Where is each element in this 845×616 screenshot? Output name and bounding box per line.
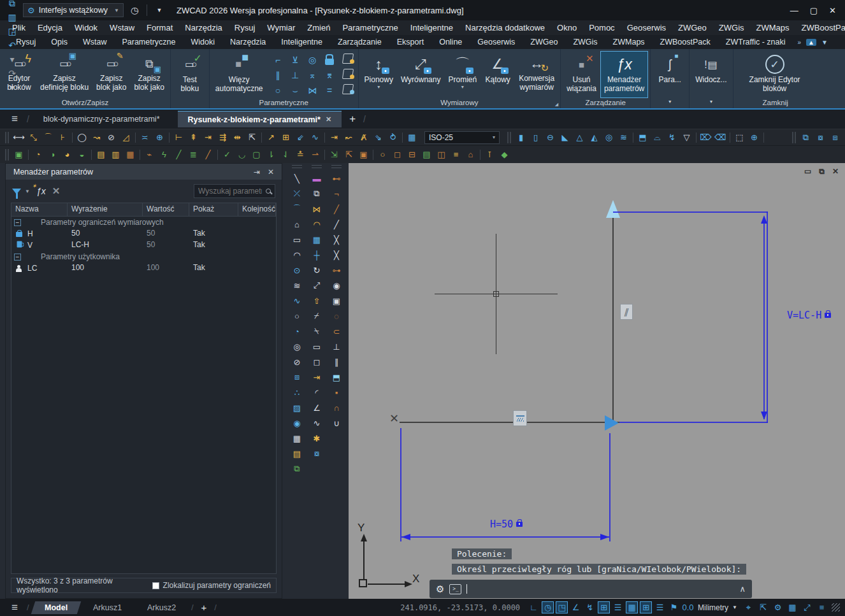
toolbar-icon[interactable]: Ⱥ	[356, 131, 371, 145]
layout-menu-icon[interactable]: ≡	[5, 601, 24, 614]
toolbar-icon[interactable]: ▽	[679, 131, 694, 145]
draw-tool-icon[interactable]: ▦	[289, 431, 305, 446]
status-toggle-icon[interactable]: ⊞	[598, 601, 610, 613]
resize-grip[interactable]	[832, 603, 840, 612]
toolbar-grip[interactable]	[5, 132, 9, 143]
osnap-tool-icon[interactable]: ▣	[329, 293, 344, 308]
collapse-icon[interactable]: −	[14, 219, 21, 226]
modify-tool-icon[interactable]: ◜	[309, 385, 324, 400]
modify-tool-icon[interactable]: ◠	[309, 217, 324, 232]
toolbar-icon[interactable]: ◭	[587, 131, 602, 145]
quick-access-icon[interactable]: ⧉	[5, 0, 19, 10]
toolbar-icon[interactable]: ⊘	[104, 131, 119, 145]
status-toggle-icon[interactable]: ☰	[612, 601, 624, 613]
ribbon-collapse-icon[interactable]: ▲	[806, 39, 816, 46]
draw-tool-icon[interactable]: ▤	[289, 446, 305, 461]
maximize-button[interactable]: ▢	[810, 6, 818, 15]
status-tool-icon[interactable]: ⤢	[801, 601, 813, 613]
status-toggle-icon[interactable]: ▦	[626, 601, 638, 613]
osnap-tool-icon[interactable]: ⊷	[329, 171, 344, 186]
ribbon-button[interactable]: Wyrównany	[397, 51, 445, 98]
status-tool-icon[interactable]: ≡	[816, 601, 828, 613]
toolbar-icon[interactable]: ⇱	[342, 148, 356, 162]
document-menu-icon[interactable]: ≡	[6, 113, 23, 125]
close-panel-icon[interactable]: ✕	[268, 168, 274, 176]
status-toggle-icon[interactable]: ∟	[528, 601, 540, 613]
osnap-tool-icon[interactable]: ⊥	[329, 339, 344, 354]
units-label[interactable]: Milimetry	[697, 603, 730, 612]
ribbon-button[interactable]: Zapisz blok jako	[130, 51, 168, 98]
modify-tool-icon[interactable]: ⤢	[309, 278, 324, 293]
toolbar-icon[interactable]: ⥁	[386, 131, 400, 145]
menu-item[interactable]: Widok	[69, 22, 103, 34]
child-restore-icon[interactable]: ⧉	[819, 167, 825, 176]
osnap-tool-icon[interactable]: ⬒	[329, 369, 344, 385]
constraint-icon[interactable]	[321, 52, 338, 68]
osnap-tool-icon[interactable]: ∪	[329, 415, 344, 431]
layer-tool-icon[interactable]: ⧈	[828, 131, 842, 145]
menu-item[interactable]: Geoserwis	[621, 22, 672, 34]
document-tab[interactable]: blok-dynamiczny-z-parametrami*	[33, 111, 175, 127]
column-header[interactable]: Wyrażenie	[68, 203, 143, 216]
layout-tab[interactable]: Model	[31, 601, 81, 614]
status-toggle-icon[interactable]: ☰	[654, 601, 666, 613]
menu-item[interactable]: Format	[141, 22, 178, 34]
draw-tool-icon[interactable]: ⌂	[289, 217, 305, 232]
toolbar-icon[interactable]	[762, 131, 766, 145]
modify-tool-icon[interactable]: ✱	[309, 431, 324, 446]
toolbar-icon[interactable]: ◣	[558, 131, 572, 145]
toolbar-icon[interactable]: ◯	[75, 131, 89, 145]
draw-tool-icon[interactable]: ◉	[289, 415, 305, 431]
toolbar-icon[interactable]: ✓	[220, 148, 235, 162]
tab-overflow-icon[interactable]: »	[798, 39, 802, 46]
dim-style-select[interactable]: ISO-25 ▾	[424, 131, 500, 144]
osnap-tool-icon[interactable]: ⊂	[329, 324, 344, 339]
modify-tool-icon[interactable]: ⌿	[309, 308, 324, 324]
new-parameter-icon[interactable]: ƒx	[36, 186, 46, 196]
menu-item[interactable]: Zmień	[301, 22, 336, 34]
draw-tool-icon[interactable]: ⤫	[289, 186, 305, 201]
ribbon-collapse-dd-icon[interactable]: ▼	[821, 39, 828, 46]
modify-tool-icon[interactable]: ⋈	[309, 201, 324, 217]
modify-tool-icon[interactable]: ⇧	[309, 293, 324, 308]
toolbar-icon[interactable]: ≍	[138, 131, 152, 145]
locate-constraints-checkbox[interactable]	[152, 582, 159, 589]
menu-item[interactable]: Wymiar	[261, 22, 301, 34]
toolbar-icon[interactable]: ◡	[235, 148, 249, 162]
toolbar-icon[interactable]	[26, 148, 31, 162]
child-minimize-icon[interactable]: ▭	[804, 167, 811, 176]
constraint-icon[interactable]: ⌣	[287, 83, 304, 98]
h-dimension-line[interactable]	[401, 536, 609, 538]
layout-tab[interactable]: Arkusz2	[134, 601, 190, 614]
column-header[interactable]: Nazwa	[11, 203, 68, 216]
toolbar-icon[interactable]: ⌂	[463, 148, 478, 162]
modify-tool-icon[interactable]: ⧇	[309, 446, 324, 461]
osnap-tool-icon[interactable]: ¬	[329, 186, 344, 201]
ribbon-tab[interactable]: Inteligentne	[274, 37, 329, 47]
ribbon-tab[interactable]: Online	[432, 37, 469, 47]
modify-tool-icon[interactable]: ⇥	[309, 369, 324, 385]
toolbar-icon[interactable]: ⌦	[698, 131, 713, 145]
status-tool-icon[interactable]: ⌖	[742, 601, 755, 613]
constraint-icon[interactable]: ⊥	[287, 68, 304, 83]
menu-item[interactable]: Narzędzia dodatkowe	[459, 22, 551, 34]
drawing-canvas[interactable]: ▭ ⧉ ✕ ✕ V=LC-H H=50	[349, 163, 845, 599]
new-document-tab-button[interactable]: +	[345, 113, 359, 125]
ribbon-button[interactable]: Para...	[653, 51, 687, 98]
constraint-icon[interactable]: ⌅	[304, 68, 321, 83]
workspace-dropdown[interactable]: ⚙ Interfejs wstążkowy ▼	[23, 3, 124, 17]
modify-tool-icon[interactable]: ⍀	[309, 324, 324, 339]
modify-tool-icon[interactable]: ∿	[309, 415, 324, 431]
status-toggle-icon[interactable]: ↯	[584, 601, 596, 613]
toolbar-icon[interactable]: ⇂	[264, 148, 278, 162]
toolbar-icon[interactable]	[167, 131, 171, 145]
toolbar-icon[interactable]: ⌓	[650, 131, 665, 145]
filter-icon[interactable]	[12, 189, 21, 194]
draw-tool-icon[interactable]: ∿	[289, 293, 305, 308]
toolbar-icon[interactable]: ⇥	[327, 131, 342, 145]
status-tool-icon[interactable]: ⚙	[772, 601, 784, 613]
ribbon-tab[interactable]: ZWGeo	[523, 37, 565, 47]
chevron-down-icon[interactable]: ▾	[651, 99, 689, 108]
toolbar-icon[interactable]: ↜	[342, 131, 356, 145]
toolbar-icon[interactable]: ⇀	[308, 148, 322, 162]
